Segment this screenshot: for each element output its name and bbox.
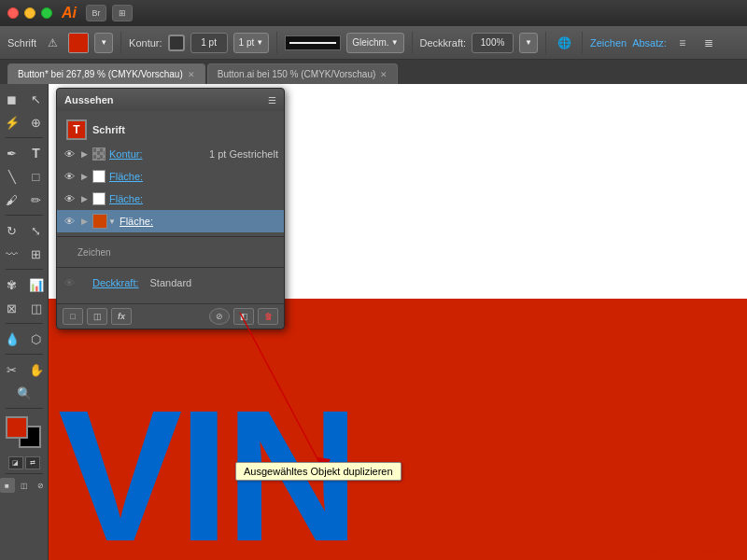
flache3-dropdown-arrow[interactable]: ▼ [108, 217, 116, 226]
fill-swatch[interactable] [68, 33, 89, 53]
title-bar: Ai Br ⊞ [0, 0, 747, 26]
eye-icon-flache2[interactable]: 👁 [63, 192, 76, 205]
minimize-button[interactable] [24, 7, 35, 19]
fill-btn[interactable]: ▼ [94, 33, 113, 53]
color-mode-row: ■ ◫ ⊘ [0, 478, 49, 493]
kontur-value-input[interactable] [190, 33, 228, 53]
flache1-row-label[interactable]: Fläche: [109, 171, 143, 182]
deckkraft-input[interactable] [472, 33, 514, 53]
tab-close-1[interactable]: ✕ [188, 70, 195, 79]
lasso-tool[interactable]: ⊕ [25, 111, 48, 133]
deckkraft-btn[interactable]: ▼ [519, 33, 538, 53]
warp-tool[interactable]: 〰 [1, 243, 23, 265]
kontur-label: Kontur: [129, 37, 162, 49]
tool-row-10: 💧 ⬡ [1, 328, 48, 350]
scale-tool[interactable]: ⤡ [25, 219, 48, 242]
tool-row-8: ✾ 📊 [1, 273, 48, 296]
expand-icon-kontur[interactable]: ▶ [79, 149, 89, 159]
bridge-icon[interactable]: Br [86, 5, 106, 21]
line-tool[interactable]: ╲ [1, 165, 23, 188]
paintbrush-tool[interactable]: 🖌 [1, 189, 23, 211]
panel-footer: □ ◫ fx ⊘ ◧ 🗑 [57, 303, 284, 329]
type-tool[interactable]: T [25, 142, 48, 164]
panel-menu-icon[interactable]: ☰ [268, 95, 276, 105]
flache3-row-label[interactable]: Fläche: [120, 216, 153, 227]
zeichen-section-label: Zeichen [68, 245, 120, 259]
column-graph-tool[interactable]: 📊 [25, 273, 48, 296]
warning-icon[interactable]: ⚠ [42, 33, 63, 53]
delete-btn[interactable]: 🗑 [258, 308, 278, 325]
tab-button-active[interactable]: Button* bei 267,89 % (CMYK/Vorschau) ✕ [7, 63, 205, 84]
panel-titlebar[interactable]: Aussehen ☰ [57, 89, 284, 111]
view-icon[interactable]: ⊞ [112, 5, 133, 21]
stroke-line-preview [285, 35, 341, 50]
select-tool[interactable]: ◼ [1, 88, 23, 110]
gradient-btn[interactable]: ◫ [17, 478, 32, 493]
fill-swatch-tool[interactable] [6, 416, 28, 439]
align-left-icon[interactable]: ≡ [672, 33, 693, 53]
tab-button-2[interactable]: Button.ai bei 150 % (CMYK/Vorschau) ✕ [207, 63, 399, 84]
panel-body: T Schrift 👁 ▶ Kontur: 1 pt Gestrichelt 👁… [57, 111, 284, 300]
appearance-panel: Aussehen ☰ T Schrift 👁 ▶ Kontur: 1 p [56, 88, 285, 329]
tab-label-1: Button* bei 267,89 % (CMYK/Vorschau) [18, 69, 183, 79]
new-layer-btn[interactable]: □ [63, 308, 83, 325]
direct-select-tool[interactable]: ↖ [25, 88, 48, 110]
panel-divider-2 [57, 267, 284, 268]
separator-1 [120, 32, 121, 54]
zoom-tool[interactable]: 🔍 [13, 382, 35, 404]
flache3-swatch-with-arrow[interactable]: ▼ [92, 214, 116, 229]
tool-row-3: ✒ T [1, 142, 48, 164]
rotate-tool[interactable]: ↻ [1, 219, 23, 242]
expand-icon-flache1[interactable]: ▶ [79, 172, 89, 181]
mesh-tool[interactable]: ⊠ [1, 297, 23, 319]
flache1-swatch [92, 170, 106, 183]
fx-btn[interactable]: fx [111, 308, 132, 325]
eye-icon-flache1[interactable]: 👁 [63, 170, 76, 183]
eyedropper-tool[interactable]: 💧 [1, 328, 23, 350]
scissors-tool[interactable]: ✂ [1, 358, 23, 381]
tool-row-4: ╲ □ [1, 165, 48, 188]
tool-row-9: ⊠ ◫ [1, 297, 48, 319]
free-transform-tool[interactable]: ⊞ [25, 243, 48, 265]
magic-wand-tool[interactable]: ⚡ [1, 111, 23, 133]
hand-tool[interactable]: ✋ [25, 358, 48, 381]
no-btn[interactable]: ⊘ [209, 308, 230, 325]
expand-icon-flache3[interactable]: ▶ [79, 217, 89, 226]
align-right-icon[interactable]: ≣ [698, 33, 719, 53]
gradient-tool[interactable]: ◫ [25, 297, 48, 319]
rect-tool[interactable]: □ [25, 165, 48, 188]
add-layer-btn[interactable]: ◫ [87, 308, 107, 325]
maximize-button[interactable] [41, 7, 52, 19]
duplicate-btn[interactable]: ◧ [233, 308, 254, 325]
flache2-row-label[interactable]: Fläche: [109, 193, 143, 204]
tool-extra: ◪ ⇄ [8, 456, 40, 469]
flache2-swatch [92, 192, 106, 205]
swap-colors-btn[interactable]: ⇄ [25, 456, 40, 469]
title-bar-icons: Br ⊞ [86, 5, 133, 21]
top-toolbar: Schrift ⚠ ▼ Kontur: 1 pt▼ Gleichm. ▼ Dec… [0, 26, 747, 60]
deckkraft-row-label[interactable]: Deckkraft: [92, 277, 139, 288]
color-btn[interactable]: ■ [0, 478, 15, 493]
tooltip: Ausgewähltes Objekt duplizieren [235, 462, 402, 481]
blend-tool[interactable]: ⬡ [25, 328, 48, 350]
tab-bar: Button* bei 267,89 % (CMYK/Vorschau) ✕ B… [0, 60, 747, 84]
kontur-swatch[interactable] [168, 35, 185, 51]
kontur-row-label[interactable]: Kontur: [109, 148, 142, 160]
globe-icon[interactable]: 🌐 [554, 33, 574, 53]
close-button[interactable] [7, 7, 19, 19]
separator-4 [545, 32, 546, 54]
tool-row-5: 🖌 ✏ [1, 189, 48, 211]
stroke-style-btn[interactable]: Gleichm. ▼ [346, 33, 403, 53]
eye-icon-kontur[interactable]: 👁 [63, 147, 76, 161]
eye-icon-deckkraft[interactable]: 👁 [63, 276, 76, 289]
expand-icon-flache2[interactable]: ▶ [79, 194, 89, 203]
panel-row-flache-3[interactable]: 👁 ▶ ▼ Fläche: [57, 210, 284, 232]
symbol-tool[interactable]: ✾ [1, 273, 23, 296]
none-btn[interactable]: ⊘ [34, 478, 49, 493]
pencil-tool[interactable]: ✏ [25, 189, 48, 211]
pen-tool[interactable]: ✒ [1, 142, 23, 164]
kontur-unit-btn[interactable]: 1 pt▼ [233, 33, 270, 53]
default-colors-btn[interactable]: ◪ [8, 456, 23, 469]
tab-close-2[interactable]: ✕ [380, 70, 388, 79]
eye-icon-flache3[interactable]: 👁 [63, 215, 76, 228]
